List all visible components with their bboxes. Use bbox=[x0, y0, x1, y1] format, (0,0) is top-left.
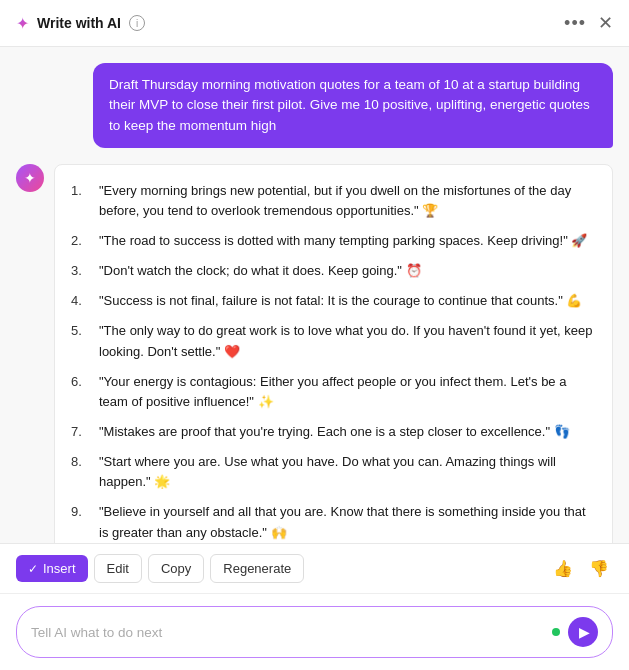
input-wrapper: ▶ bbox=[16, 606, 613, 658]
quote-number: 6. bbox=[71, 372, 91, 412]
action-bar-left: ✓ Insert Edit Copy Regenerate bbox=[16, 554, 304, 583]
list-item: 5."The only way to do great work is to l… bbox=[71, 321, 596, 361]
quote-text: "Mistakes are proof that you're trying. … bbox=[99, 422, 570, 442]
more-options-button[interactable]: ••• bbox=[564, 13, 586, 34]
sparkle-icon: ✦ bbox=[16, 14, 29, 33]
quote-text: "Every morning brings new potential, but… bbox=[99, 181, 596, 221]
edit-button[interactable]: Edit bbox=[94, 554, 142, 583]
list-item: 2."The road to success is dotted with ma… bbox=[71, 231, 596, 251]
insert-button[interactable]: ✓ Insert bbox=[16, 555, 88, 582]
send-button[interactable]: ▶ bbox=[568, 617, 598, 647]
action-bar: ✓ Insert Edit Copy Regenerate 👍 👎 bbox=[0, 543, 629, 593]
quote-text: "The only way to do great work is to lov… bbox=[99, 321, 596, 361]
quote-text: "Believe in yourself and all that you ar… bbox=[99, 502, 596, 542]
quote-text: "Don't watch the clock; do what it does.… bbox=[99, 261, 422, 281]
ai-response-box: 1."Every morning brings new potential, b… bbox=[54, 164, 613, 543]
user-message: Draft Thursday morning motivation quotes… bbox=[93, 63, 613, 148]
info-icon[interactable]: i bbox=[129, 15, 145, 31]
header-right: ••• ✕ bbox=[564, 12, 613, 34]
quote-text: "Start where you are. Use what you have.… bbox=[99, 452, 596, 492]
quote-number: 4. bbox=[71, 291, 91, 311]
regenerate-button[interactable]: Regenerate bbox=[210, 554, 304, 583]
ai-input[interactable] bbox=[31, 625, 544, 640]
list-item: 9."Believe in yourself and all that you … bbox=[71, 502, 596, 542]
copy-button[interactable]: Copy bbox=[148, 554, 204, 583]
list-item: 4."Success is not final, failure is not … bbox=[71, 291, 596, 311]
main-content: Draft Thursday morning motivation quotes… bbox=[0, 47, 629, 543]
quote-number: 9. bbox=[71, 502, 91, 542]
header: ✦ Write with AI i ••• ✕ bbox=[0, 0, 629, 47]
quote-number: 2. bbox=[71, 231, 91, 251]
quote-number: 1. bbox=[71, 181, 91, 221]
quote-number: 7. bbox=[71, 422, 91, 442]
send-icon: ▶ bbox=[579, 624, 590, 640]
bottom-input-area: ▶ bbox=[0, 593, 629, 670]
ai-response: ✦ 1."Every morning brings new potential,… bbox=[16, 164, 613, 543]
ai-avatar: ✦ bbox=[16, 164, 44, 192]
list-item: 7."Mistakes are proof that you're trying… bbox=[71, 422, 596, 442]
quote-text: "Success is not final, failure is not fa… bbox=[99, 291, 582, 311]
list-item: 1."Every morning brings new potential, b… bbox=[71, 181, 596, 221]
list-item: 3."Don't watch the clock; do what it doe… bbox=[71, 261, 596, 281]
status-dot bbox=[552, 628, 560, 636]
list-item: 6."Your energy is contagious: Either you… bbox=[71, 372, 596, 412]
quote-text: "Your energy is contagious: Either you a… bbox=[99, 372, 596, 412]
header-title: Write with AI bbox=[37, 15, 121, 31]
action-bar-right: 👍 👎 bbox=[549, 557, 613, 580]
header-left: ✦ Write with AI i bbox=[16, 14, 145, 33]
quote-number: 3. bbox=[71, 261, 91, 281]
thumbs-down-button[interactable]: 👎 bbox=[585, 557, 613, 580]
close-button[interactable]: ✕ bbox=[598, 12, 613, 34]
quotes-list: 1."Every morning brings new potential, b… bbox=[71, 181, 596, 543]
check-icon: ✓ bbox=[28, 562, 38, 576]
list-item: 8."Start where you are. Use what you hav… bbox=[71, 452, 596, 492]
ai-content: 1."Every morning brings new potential, b… bbox=[54, 164, 613, 543]
quote-number: 5. bbox=[71, 321, 91, 361]
thumbs-up-button[interactable]: 👍 bbox=[549, 557, 577, 580]
quote-number: 8. bbox=[71, 452, 91, 492]
quote-text: "The road to success is dotted with many… bbox=[99, 231, 587, 251]
